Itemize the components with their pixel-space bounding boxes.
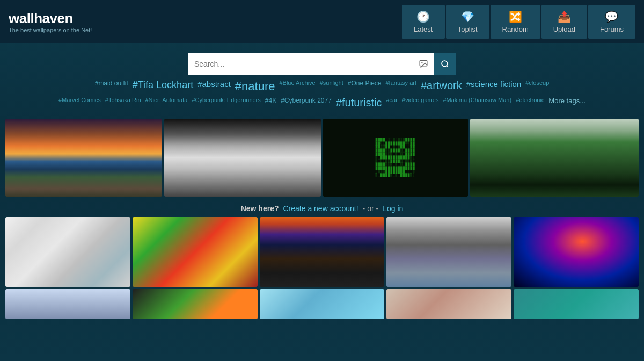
new-here-section: New here? Create a new account! - or - L… bbox=[0, 199, 644, 217]
site-tagline: The best wallpapers on the Net! bbox=[9, 27, 92, 33]
wallpaper-thumb-9[interactable] bbox=[514, 217, 639, 287]
tag-car[interactable]: #car bbox=[386, 97, 397, 109]
nav-tab-forums[interactable]: 💬 Forums bbox=[588, 5, 635, 39]
wallpaper-thumb-13[interactable] bbox=[386, 289, 511, 319]
tags-row-3: #electronic More tags... bbox=[516, 97, 586, 109]
login-link[interactable]: Log in bbox=[383, 204, 403, 213]
wallpaper-thumb-8[interactable] bbox=[386, 217, 511, 287]
tag-futuristic[interactable]: #futuristic bbox=[336, 97, 382, 109]
image-search-button[interactable] bbox=[413, 53, 434, 75]
svg-point-2 bbox=[442, 61, 448, 67]
svg-line-3 bbox=[447, 66, 448, 67]
wallpaper-thumb-11[interactable] bbox=[133, 289, 258, 319]
nav-tab-random[interactable]: 🔀 Random bbox=[491, 5, 540, 39]
tag-closeup[interactable]: #closeup bbox=[525, 80, 549, 93]
new-here-separator: - or - bbox=[363, 204, 379, 213]
tag-nier[interactable]: #Nier: Automata bbox=[145, 97, 188, 109]
tag-abstract[interactable]: #abstract bbox=[197, 80, 231, 93]
upload-label: Upload bbox=[553, 25, 575, 33]
random-label: Random bbox=[502, 25, 529, 33]
nav-tab-upload[interactable]: 📤 Upload bbox=[541, 5, 587, 39]
tags-row-1: #maid outfit #Tifa Lockhart #abstract #n… bbox=[95, 80, 550, 93]
tag-marvel[interactable]: #Marvel Comics bbox=[58, 97, 101, 109]
wallpaper-thumb-4[interactable] bbox=[470, 119, 639, 197]
wallpaper-thumb-5[interactable] bbox=[5, 217, 130, 287]
tag-4k[interactable]: #4K bbox=[265, 97, 276, 109]
toplist-label: Toplist bbox=[458, 25, 478, 33]
latest-label: Latest bbox=[414, 25, 433, 33]
bottom-wallpaper-grid-2 bbox=[0, 287, 644, 319]
tag-cyberpunk-edge[interactable]: #Cyberpunk: Edgerunners bbox=[192, 97, 260, 109]
tag-tifa[interactable]: #Tifa Lockhart bbox=[133, 80, 193, 93]
search-divider bbox=[411, 57, 411, 70]
tag-makima[interactable]: #Makima (Chainsaw Man) bbox=[443, 97, 511, 109]
logo-area: wallhaven The best wallpapers on the Net… bbox=[9, 10, 92, 33]
more-tags-link[interactable]: More tags... bbox=[548, 97, 586, 109]
tags-area: #maid outfit #Tifa Lockhart #abstract #n… bbox=[27, 75, 617, 111]
toplist-icon: 💎 bbox=[461, 10, 474, 23]
wallpaper-thumb-7[interactable] bbox=[260, 217, 385, 287]
tag-video-games[interactable]: #video games bbox=[402, 97, 439, 109]
svg-point-1 bbox=[421, 62, 422, 63]
nav-tab-latest[interactable]: 🕐 Latest bbox=[402, 5, 445, 39]
create-account-link[interactable]: Create a new account! bbox=[283, 204, 358, 213]
search-section: #maid outfit #Tifa Lockhart #abstract #n… bbox=[0, 43, 644, 117]
upload-icon: 📤 bbox=[558, 10, 571, 23]
wallpaper-thumb-10[interactable] bbox=[5, 289, 130, 319]
wallpaper-thumb-6[interactable] bbox=[133, 217, 258, 287]
nav-tab-toplist[interactable]: 💎 Toplist bbox=[446, 5, 489, 39]
search-bar bbox=[188, 53, 456, 75]
tag-blue-archive[interactable]: #Blue Archive bbox=[279, 80, 315, 93]
tag-maid-outfit[interactable]: #maid outfit bbox=[95, 80, 128, 93]
tag-fantasy-art[interactable]: #fantasy art bbox=[386, 80, 416, 93]
forums-label: Forums bbox=[600, 25, 624, 33]
wallpaper-thumb-1[interactable] bbox=[5, 119, 162, 197]
tag-electronic[interactable]: #electronic bbox=[516, 97, 544, 109]
tag-artwork[interactable]: #artwork bbox=[421, 80, 462, 93]
tag-one-piece[interactable]: #One Piece bbox=[348, 80, 382, 93]
site-logo[interactable]: wallhaven bbox=[9, 10, 92, 27]
tag-sunlight[interactable]: #sunlight bbox=[320, 80, 343, 93]
search-input[interactable] bbox=[188, 53, 408, 75]
bottom-wallpaper-grid-1 bbox=[0, 217, 644, 287]
forums-icon: 💬 bbox=[605, 10, 618, 23]
tag-nature[interactable]: #nature bbox=[235, 80, 275, 93]
new-here-question: New here? bbox=[241, 204, 279, 213]
wallpaper-thumb-12[interactable] bbox=[260, 289, 385, 319]
tag-cyberpunk-2077[interactable]: #Cyberpunk 2077 bbox=[281, 97, 332, 109]
top-wallpaper-grid: ████░░░░░░░░████ ██░░████████░░██ ██░░██… bbox=[0, 117, 644, 199]
wallpaper-thumb-14[interactable] bbox=[514, 289, 639, 319]
latest-icon: 🕐 bbox=[416, 10, 430, 23]
header: wallhaven The best wallpapers on the Net… bbox=[0, 0, 644, 43]
main-nav: 🕐 Latest 💎 Toplist 🔀 Random 📤 Upload 💬 F… bbox=[402, 5, 635, 39]
tag-science-fiction[interactable]: #science fiction bbox=[466, 80, 522, 93]
tag-tohsaka[interactable]: #Tohsaka Rin bbox=[105, 97, 141, 109]
random-icon: 🔀 bbox=[509, 10, 522, 23]
search-submit-button[interactable] bbox=[434, 53, 456, 75]
tags-row-2: #Marvel Comics #Tohsaka Rin #Nier: Autom… bbox=[58, 97, 511, 109]
wallpaper-thumb-3[interactable]: ████░░░░░░░░████ ██░░████████░░██ ██░░██… bbox=[323, 119, 468, 197]
wallpaper-thumb-2[interactable] bbox=[164, 119, 321, 197]
